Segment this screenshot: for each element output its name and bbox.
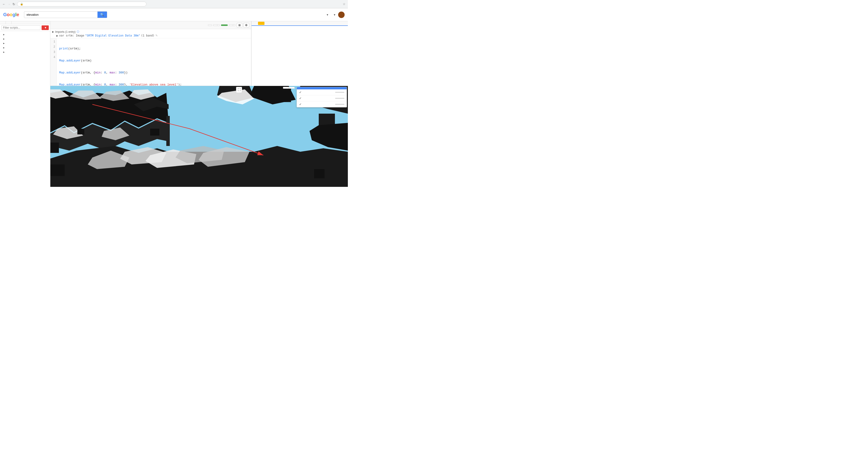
new-button-arrow: ▼ — [44, 26, 47, 29]
save-button[interactable] — [213, 25, 217, 26]
band-info: (1 band) — [141, 34, 155, 37]
search-button[interactable]: 🔍 — [97, 11, 107, 18]
satellite-button[interactable] — [289, 87, 295, 89]
layer2-slider[interactable] — [335, 98, 344, 99]
reload-button[interactable]: ↻ — [12, 2, 15, 6]
sidebar-tabs — [0, 21, 50, 24]
right-tabs — [251, 21, 348, 26]
svg-rect-19 — [78, 129, 84, 134]
map-area[interactable]: ✋ 📍 📈 📏 ⛶ ✓ ✓ — [0, 86, 348, 187]
header-right: ▼ ▼ — [324, 11, 345, 18]
tree-item-writer[interactable]: ► — [0, 37, 50, 41]
tree-item-owner[interactable]: ► — [0, 32, 50, 37]
imports-label: Imports (1 entry) — [55, 30, 75, 33]
svg-rect-36 — [166, 116, 170, 146]
grid-button[interactable]: ⊞ — [237, 23, 242, 28]
layer-item-layer2[interactable]: ✓ — [297, 95, 347, 101]
back-button[interactable]: ← — [2, 2, 5, 6]
imports-toggle[interactable]: ▶ — [52, 30, 54, 33]
run-button[interactable] — [221, 25, 225, 26]
run-btn-group — [221, 25, 228, 26]
search-input[interactable] — [24, 12, 97, 18]
layers-panel: ✓ ✓ ✓ — [297, 87, 347, 107]
tab-scripts[interactable] — [0, 21, 6, 24]
map-button[interactable] — [283, 87, 289, 89]
tab-inspector[interactable] — [251, 21, 258, 25]
code-line-3: Map.addLayer(srtm, {min: 0, max: 300}) — [59, 70, 249, 75]
line-num-2: 2 — [50, 44, 57, 50]
code-line-1: print(srtm); — [59, 46, 249, 51]
avatar[interactable] — [338, 11, 345, 18]
reader-arrow: ► — [3, 42, 5, 44]
svg-rect-22 — [150, 129, 159, 135]
search-bar: 🔍 — [24, 11, 107, 18]
svg-rect-27 — [335, 167, 348, 178]
tree-item-reader[interactable]: ► — [0, 41, 50, 45]
line-num-3: 3 — [50, 50, 57, 55]
gee-logo: Google — [3, 12, 21, 17]
imports-section: ▶ Imports (1 entry) ⓘ ▶ var srtm: Image … — [50, 29, 251, 38]
browser-actions: ☆ — [343, 2, 345, 6]
code-editor[interactable]: 1 2 3 4 print(srtm); Map.addLayer(srtm) … — [50, 38, 251, 86]
svg-rect-20 — [49, 164, 65, 176]
left-sidebar: ▼ ► ► ► ► ► — [0, 21, 50, 187]
tree-item-archive[interactable]: ► — [0, 50, 50, 54]
help-arrow-icon: ▼ — [326, 13, 329, 16]
tab-console[interactable] — [258, 22, 265, 25]
map-type-buttons — [283, 87, 295, 89]
settings-button[interactable]: ⚙ — [243, 23, 249, 28]
code-panel: ⊞ ⚙ ▶ Imports (1 entry) ⓘ ▶ var srtm: Im… — [50, 21, 251, 86]
layer-item-elevation[interactable]: ✓ — [297, 89, 347, 95]
tab-docs[interactable] — [6, 21, 11, 24]
imports-line-1: ▶ Imports (1 entry) ⓘ — [52, 30, 249, 33]
run-dropdown[interactable] — [225, 25, 228, 26]
code-content[interactable]: print(srtm); Map.addLayer(srtm) Map.addL… — [57, 38, 251, 86]
code-toolbar: ⊞ ⚙ — [50, 21, 251, 29]
examples-arrow: ► — [3, 46, 5, 49]
user-arrow-icon: ▼ — [333, 13, 336, 16]
filter-input[interactable] — [1, 25, 40, 30]
archive-arrow: ► — [3, 51, 5, 53]
browser-chrome: ← → ↻ 🔒 ☆ — [0, 0, 348, 8]
imports-info-icon: ⓘ — [77, 30, 79, 33]
elevation-check: ✓ — [299, 91, 302, 94]
layer2-check: ✓ — [299, 97, 302, 100]
imports-line-2: ▶ var srtm: Image "SRTM Digital Elevatio… — [56, 34, 249, 37]
terrain-svg — [0, 86, 348, 187]
address-bar[interactable]: 🔒 — [17, 2, 147, 6]
tab-tasks[interactable] — [265, 21, 271, 25]
fullscreen-button[interactable]: ⛶ — [236, 87, 242, 93]
reset-btn-group — [229, 25, 236, 26]
tab-assets[interactable] — [11, 21, 17, 24]
line-num-4: 4 — [50, 55, 57, 60]
line-numbers: 1 2 3 4 — [50, 38, 57, 86]
elevation-slider[interactable] — [335, 92, 344, 93]
star-icon[interactable]: ☆ — [343, 2, 345, 6]
var-toggle[interactable]: ▶ — [56, 34, 58, 37]
layers-header — [297, 87, 347, 89]
new-button[interactable]: ▼ — [41, 25, 49, 30]
get-link-button[interactable] — [208, 25, 212, 26]
tree-item-examples[interactable]: ► — [0, 45, 50, 50]
svg-rect-29 — [296, 167, 307, 177]
reset-button[interactable] — [229, 25, 233, 26]
edit-icon[interactable]: ✎ — [155, 34, 158, 37]
code-line-2: Map.addLayer(srtm) — [59, 58, 249, 63]
var-label: var srtm: Image — [59, 34, 84, 37]
writer-arrow: ► — [3, 38, 5, 40]
forward-button[interactable]: → — [7, 2, 11, 6]
svg-rect-21 — [74, 170, 82, 177]
gee-header: Google 🔍 ▼ ▼ — [0, 8, 348, 21]
inspector-content — [251, 26, 348, 31]
layer1-check: ✓ — [299, 102, 302, 106]
reset-dropdown[interactable] — [233, 25, 236, 26]
sidebar-filter-row: ▼ — [0, 24, 50, 31]
owner-arrow: ► — [3, 33, 5, 36]
save-dropdown[interactable] — [217, 25, 220, 26]
lock-icon: 🔒 — [20, 3, 23, 5]
line-num-1: 1 — [50, 39, 57, 44]
save-btn-group — [213, 25, 220, 26]
layer1-slider[interactable] — [335, 104, 344, 105]
google-wordmark: Google — [3, 12, 19, 17]
layer-item-layer1[interactable]: ✓ — [297, 101, 347, 107]
